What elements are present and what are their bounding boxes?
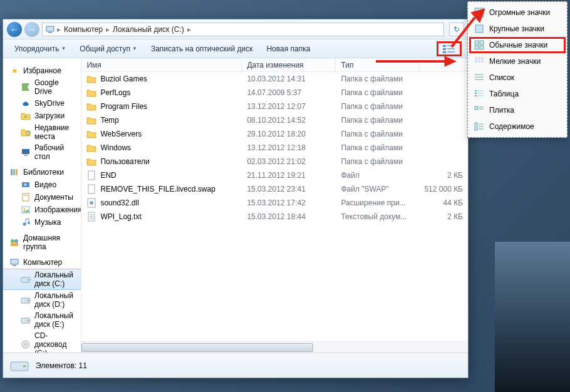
sidebar-computer[interactable]: Компьютер: [3, 256, 81, 269]
file-type: Расширение при...: [336, 199, 419, 207]
drive-icon: [9, 357, 29, 374]
sidebar-item-label: Видео: [34, 180, 56, 189]
sidebar-item-favorite[interactable]: Загрузки: [3, 110, 81, 122]
file-row[interactable]: Program Files 13.12.2012 12:07 Папка с ф…: [81, 100, 468, 113]
svg-rect-60: [475, 90, 477, 91]
share-button[interactable]: Общий доступ▼: [75, 39, 142, 58]
explorer-window: ← → ▸ Компьютер ▸ Локальный диск (C:) ▸ …: [3, 19, 469, 378]
organize-button[interactable]: Упорядочить▼: [9, 39, 71, 58]
file-row[interactable]: END 21.11.2012 19:21 Файл 2 КБ: [81, 168, 468, 182]
view-icon: [474, 73, 484, 83]
svg-rect-24: [11, 243, 18, 246]
lib-icon: [21, 192, 31, 202]
burn-button[interactable]: Записать на оптический диск: [146, 39, 258, 58]
sidebar-item-favorite[interactable]: Рабочий стол: [3, 142, 81, 162]
svg-point-22: [11, 239, 14, 243]
back-button[interactable]: ←: [7, 22, 22, 37]
folder-icon: [86, 88, 96, 98]
breadcrumb-computer[interactable]: Компьютер: [61, 25, 105, 34]
col-name[interactable]: Имя: [81, 58, 242, 71]
svg-rect-0: [46, 26, 54, 31]
folder-icon: [86, 143, 96, 153]
file-row[interactable]: Buziol Games 10.03.2012 14:31 Папка с фа…: [81, 72, 468, 86]
file-row[interactable]: Temp 08.10.2012 14:52 Папка с файлами: [81, 113, 468, 127]
svg-rect-65: [477, 95, 484, 96]
view-option[interactable]: Мелкие значки: [469, 53, 566, 70]
view-option[interactable]: Плитка: [469, 102, 566, 118]
file-icon: [86, 170, 96, 180]
folder-icon: [86, 115, 96, 125]
folder-icon: [86, 74, 96, 84]
address-bar[interactable]: ▸ Компьютер ▸ Локальный диск (C:) ▸: [42, 23, 444, 36]
sidebar-item-favorite[interactable]: Google Drive: [3, 77, 81, 97]
svg-point-19: [24, 209, 26, 210]
fav-icon: [21, 82, 31, 92]
view-option-label: Таблица: [489, 90, 519, 98]
view-option[interactable]: Таблица: [469, 86, 566, 102]
svg-rect-35: [88, 171, 95, 180]
newfolder-button[interactable]: Новая папка: [261, 39, 315, 58]
file-date: 10.03.2012 14:31: [242, 75, 336, 83]
sidebar-item-library[interactable]: Изображения: [3, 204, 81, 216]
sidebar-item-library[interactable]: Документы: [3, 191, 81, 204]
svg-rect-55: [478, 60, 480, 63]
sidebar-favorites[interactable]: ★Избранное: [3, 64, 81, 77]
sidebar-item-drive[interactable]: Локальный диск (C:): [3, 269, 81, 290]
content-area: ★Избранное Google DriveSkyDriveЗагрузкиН…: [3, 58, 468, 353]
file-icon: [86, 184, 96, 194]
file-size: 44 КБ: [419, 199, 468, 207]
file-row[interactable]: Пользователи 02.03.2012 21:02 Папка с фа…: [81, 155, 468, 168]
file-row[interactable]: WPI_Log.txt 15.03.2012 18:44 Текстовый д…: [81, 210, 468, 224]
cd-icon: [21, 339, 31, 349]
svg-rect-1: [48, 32, 52, 33]
svg-rect-28: [28, 279, 29, 281]
file-date: 14.07.2009 5:37: [242, 88, 336, 97]
sidebar-item-drive[interactable]: CD-дисковод (G:): [3, 330, 81, 353]
file-row[interactable]: Windows 13.12.2012 12:18 Папка с файлами: [81, 141, 468, 155]
view-option[interactable]: Список: [469, 70, 566, 86]
file-name: sound32.dll: [100, 199, 138, 207]
sidebar-item-library[interactable]: Видео: [3, 178, 81, 191]
svg-rect-26: [13, 265, 16, 266]
file-row[interactable]: PerfLogs 14.07.2009 5:37 Папка с файлами: [81, 86, 468, 100]
file-name: Buziol Games: [100, 75, 147, 83]
forward-button[interactable]: →: [24, 22, 39, 37]
view-option[interactable]: Содержимое: [469, 118, 566, 135]
sidebar-item-label: SkyDrive: [34, 99, 65, 108]
sidebar-item-drive[interactable]: Локальный диск (E:): [3, 310, 81, 330]
svg-rect-16: [23, 193, 29, 201]
star-icon: ★: [9, 66, 19, 76]
col-date[interactable]: Дата изменения: [242, 58, 336, 71]
svg-rect-61: [477, 90, 484, 91]
svg-rect-9: [22, 149, 29, 154]
sidebar-item-favorite[interactable]: Недавние места: [3, 122, 81, 142]
svg-rect-12: [13, 169, 15, 175]
file-date: 15.03.2012 18:44: [242, 212, 336, 221]
svg-rect-63: [477, 93, 484, 94]
sidebar-item-drive[interactable]: Локальный диск (D:): [3, 290, 81, 310]
file-row[interactable]: REMOVE_THIS_FILE.livecd.swap 15.03.2012 …: [81, 182, 468, 196]
file-row[interactable]: WebServers 29.10.2012 18:20 Папка с файл…: [81, 127, 468, 141]
fav-icon: [21, 147, 31, 157]
drive-icon: [21, 295, 31, 305]
chevron-right-icon: ▸: [187, 25, 192, 34]
svg-rect-30: [28, 300, 29, 301]
sidebar-item-library[interactable]: Музыка: [3, 216, 81, 229]
sidebar-item-favorite[interactable]: SkyDrive: [3, 97, 81, 110]
chevron-down-icon: ▼: [132, 46, 137, 51]
lib-icon: [21, 180, 31, 190]
file-row[interactable]: sound32.dll 15.03.2012 17:42 Расширение …: [81, 196, 468, 210]
view-icon: [474, 105, 484, 115]
sidebar-libraries[interactable]: Библиотеки: [3, 166, 81, 178]
file-name: WPI_Log.txt: [100, 212, 141, 221]
breadcrumb-drive[interactable]: Локальный диск (C:): [110, 25, 187, 34]
folder-icon: [86, 157, 96, 167]
fav-icon: [21, 98, 31, 108]
sidebar-homegroup[interactable]: Домашняя группа: [3, 232, 81, 252]
horizontal-scrollbar[interactable]: [81, 341, 468, 353]
file-date: 15.03.2012 23:41: [242, 185, 336, 193]
desktop-background: [495, 242, 570, 392]
sidebar-item-label: Рабочий стол: [34, 143, 75, 161]
file-type: Папка с файлами: [336, 88, 419, 97]
nav-pane: ★Избранное Google DriveSkyDriveЗагрузкиН…: [3, 58, 81, 353]
